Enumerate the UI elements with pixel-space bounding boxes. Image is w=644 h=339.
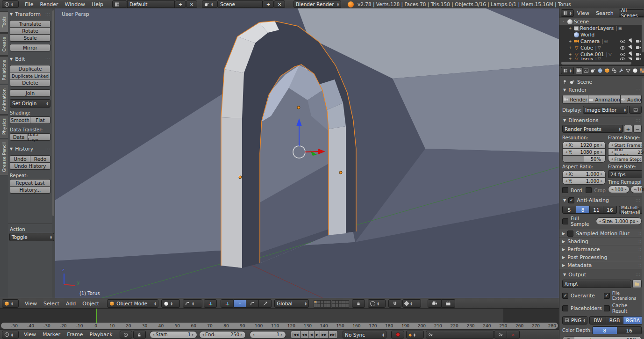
redo-panel-toggle-dropdown[interactable]: Toggle▲▼ (9, 233, 54, 241)
cache-result-checkbox[interactable] (604, 305, 610, 311)
topbar-menu-render[interactable]: Render (36, 1, 61, 7)
render-engine-dropdown[interactable]: Blender Render ▲▼ (293, 0, 341, 8)
outliner-item-cube-001[interactable]: +▽Cube.001|▽ (559, 51, 644, 58)
post-processing-panel-header[interactable]: ▶Post Processing::: (559, 253, 644, 261)
breadcrumb-scene[interactable]: Scene (577, 79, 592, 85)
display-lock-button[interactable] (629, 106, 642, 114)
undo-history-button[interactable]: Undo History (10, 163, 50, 170)
outliner-item-scene[interactable]: -Scene (559, 18, 644, 25)
panel-checkbox[interactable] (567, 231, 573, 237)
manipulator-rotate-button[interactable] (246, 299, 259, 308)
pivot-align-toggle[interactable] (204, 299, 217, 308)
join-button[interactable]: Join (10, 89, 50, 97)
outliner-menu-view[interactable]: View (574, 10, 593, 16)
opengl-render-animation-button[interactable] (442, 299, 455, 308)
timeline-ruler[interactable]: -50-40-30-20-100102030405060708090100110… (0, 308, 559, 330)
outliner-item-cube[interactable]: +▽Cube|▽ (559, 44, 644, 51)
keying-set-type-dropdown[interactable]: ◆▲▼ (406, 331, 424, 339)
output-path-field[interactable]: /tmp\ (562, 280, 631, 288)
frame-lock-toggle[interactable] (133, 331, 146, 339)
insert-keyframe-button[interactable] (494, 331, 507, 339)
end-frame-field[interactable]: ◂End: 250▸ (199, 331, 246, 339)
remove-preset-button[interactable]: − (633, 125, 642, 133)
render-button[interactable]: Render (562, 95, 588, 104)
renderability-camera-icon[interactable] (636, 38, 642, 44)
sampled-motion-blur-panel-header[interactable]: ▶Sampled Motion Blur::: (559, 230, 644, 238)
editor-type-selector-properties[interactable]: ▲▼ (561, 67, 574, 74)
shading-panel-header[interactable]: ▶Shading::: (559, 238, 644, 245)
outliner-item-world[interactable]: World (559, 31, 644, 38)
play-reverse-button[interactable]: ◀ (308, 331, 314, 339)
add-scene-button[interactable]: + (263, 0, 274, 8)
tab-material[interactable] (632, 67, 639, 74)
selectability-cursor-icon[interactable] (628, 51, 634, 57)
topbar-menu-file[interactable]: File (21, 1, 36, 7)
visibility-eye-icon[interactable] (620, 38, 626, 44)
aa-samples-16-button[interactable]: 16 (603, 206, 617, 214)
duplicate-linked-button[interactable]: Duplicate Linked (10, 72, 50, 79)
proportional-edit-dropdown[interactable]: ▲▼ (368, 299, 386, 308)
delete-layout-button[interactable]: × (186, 0, 197, 8)
history-panel-header[interactable]: ▼History::: (9, 145, 51, 152)
object-origin-dot[interactable] (339, 171, 342, 174)
mode-dropdown[interactable]: Object Mode ▲▼ (107, 299, 158, 308)
scene-selector-icon[interactable]: ▲▼ (202, 0, 218, 8)
performance-panel-header[interactable]: ▶Performance::: (559, 245, 644, 253)
selectability-cursor-icon[interactable] (628, 45, 634, 50)
screen-layout-field[interactable]: Default (127, 0, 175, 8)
aa-samples-5-button[interactable]: 5 (562, 206, 576, 214)
tab-world[interactable] (597, 67, 604, 74)
tool-shelf-tab-tools[interactable]: Tools (0, 11, 8, 33)
shade-smooth-button[interactable]: Smooth (10, 116, 30, 124)
render-panel-header[interactable]: ▼Render::: (562, 86, 642, 94)
redo-button[interactable]: Redo (30, 155, 50, 163)
output-panel-header[interactable]: ▼Output::: (562, 271, 642, 278)
next-keyframe-button[interactable]: ▶▶ (320, 331, 329, 339)
viewport-shading-dropdown[interactable]: ▲▼ (161, 299, 180, 308)
current-frame-field[interactable]: ◂1▸ (250, 331, 286, 339)
resolution-y-field[interactable]: ◂Y:1080 px▸ (562, 149, 606, 156)
manipulator-scale-button[interactable] (259, 299, 272, 308)
border-checkbox[interactable] (562, 187, 568, 193)
editor-type-selector-outliner[interactable]: ▲▼ (561, 9, 574, 17)
transform-orientation-dropdown[interactable]: Global▲▼ (274, 299, 309, 308)
tool-shelf-scrollbar[interactable] (52, 10, 54, 216)
color-depth-16-button[interactable]: 16 (617, 326, 642, 334)
timeline-menu-marker[interactable]: Marker (39, 332, 64, 338)
outliner-menu-search[interactable]: Search (593, 10, 617, 16)
selectability-cursor-icon[interactable] (628, 58, 634, 60)
outliner-filter-dropdown[interactable]: All Scenes (619, 9, 644, 17)
output-browse-button[interactable] (632, 280, 642, 288)
tab-object[interactable] (604, 67, 611, 74)
display-mode-dropdown[interactable]: Image Editor▲▼ (583, 106, 628, 114)
tool-shelf-tab-create[interactable]: Create (0, 33, 8, 56)
torus-right-leg-face[interactable] (328, 126, 346, 235)
timeline-menu-playback[interactable]: Playback (86, 332, 115, 338)
viewport-canvas[interactable]: z y User Persp (1) Torus (55, 8, 559, 298)
renderability-camera-icon[interactable] (636, 51, 642, 57)
edit-panel-header[interactable]: ▼Edit::: (9, 55, 51, 63)
expander-icon[interactable]: + (568, 46, 572, 50)
scene-name-field[interactable]: Scene (218, 0, 263, 8)
opengl-render-image-button[interactable] (428, 299, 442, 308)
editor-type-selector-3dview[interactable]: ▲▼ (2, 299, 19, 308)
crop-checkbox[interactable] (586, 187, 592, 193)
data-layout-button[interactable]: Data Layo (28, 133, 50, 141)
play-button[interactable]: ▶ (315, 331, 320, 339)
torus-facet[interactable] (221, 69, 244, 118)
viewport-menu-select[interactable]: Select (40, 301, 63, 307)
resolution-percentage-slider[interactable]: 50% (562, 156, 606, 163)
viewport-menu-add[interactable]: Add (63, 301, 79, 307)
tool-shelf-tab-physics[interactable]: Physics (0, 115, 8, 138)
renderability-camera-icon[interactable] (636, 58, 642, 60)
color-mode-rgba-button[interactable]: RGBA (623, 316, 643, 325)
frame-step-field[interactable]: ◂Frame Step:1▸ (608, 156, 644, 163)
duplicate-button[interactable]: Duplicate (10, 65, 50, 72)
torus-left-leg-face[interactable] (221, 117, 242, 268)
preview-range-toggle[interactable] (120, 331, 132, 339)
selectability-cursor-icon[interactable] (628, 38, 634, 44)
time-remap-old-field[interactable]: ◂:100▸ (608, 186, 630, 193)
timeline-menu-view[interactable]: View (21, 332, 39, 338)
editor-type-selector-info[interactable]: ▲▼ (2, 0, 19, 8)
aa-size-field[interactable]: ◂Size:1.000 px▸ (596, 217, 642, 225)
